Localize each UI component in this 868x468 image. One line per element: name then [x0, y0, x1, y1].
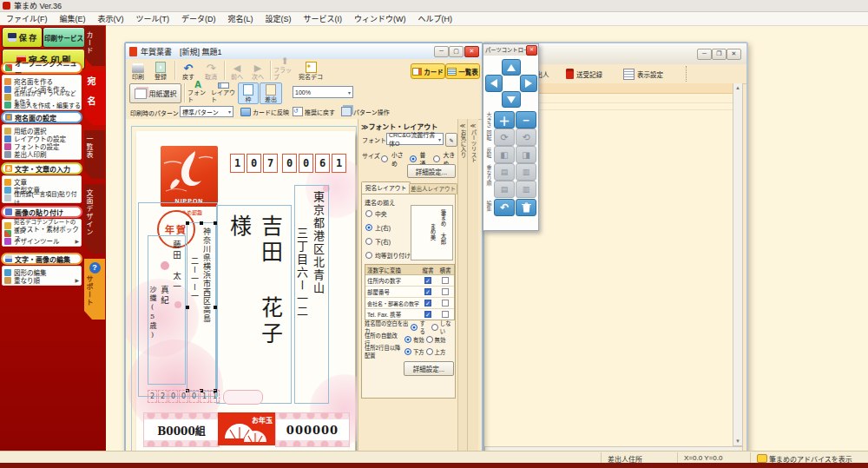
display-settings-button[interactable]: 表示設定: [623, 67, 663, 81]
reflect-to-card-button[interactable]: カードに反映: [240, 106, 289, 117]
move-up-button[interactable]: [502, 59, 521, 76]
send-receive-record-button[interactable]: 送受記録: [566, 67, 602, 81]
selection-handle[interactable]: [214, 306, 217, 309]
sidebar-item-address-paste[interactable]: 住所録(一言項目)貼り付け: [4, 194, 81, 201]
detail-settings-button[interactable]: 詳細設定...: [407, 164, 456, 178]
sender-button-active[interactable]: 差出: [260, 82, 282, 104]
frame-button-active[interactable]: 枠: [238, 82, 259, 104]
menu-help[interactable]: ヘルプ(H): [412, 13, 459, 24]
postal-digit-box[interactable]: 0: [247, 154, 261, 173]
redo-button[interactable]: ↷ 取消: [201, 60, 221, 81]
menu-file[interactable]: ファイル(F): [0, 13, 54, 24]
menu-data[interactable]: データ(D): [175, 13, 222, 24]
card-canvas[interactable]: NIPPON 筆まめ郵趣 1 0 7 0 0 6 1 年賀 吉田 花子 様 東京…: [126, 119, 358, 458]
radio-renmei-bottom[interactable]: [365, 238, 372, 245]
tab-design[interactable]: 文面デザイン: [84, 184, 105, 254]
vertical-scrollbar[interactable]: ▲ ▼: [733, 83, 743, 446]
postal-digit-box[interactable]: 6: [315, 154, 330, 173]
close-button[interactable]: ✕: [464, 46, 479, 57]
radio-opt1-yes-selected[interactable]: [411, 324, 418, 331]
size-increase-button[interactable]: ＋: [494, 111, 515, 129]
flip-horizontal-button[interactable]: ◧: [494, 146, 515, 163]
checkbox-unchecked[interactable]: [442, 277, 449, 284]
recipient-address-frame[interactable]: 東京都港区北青山 三丁目六ー一二: [294, 185, 329, 404]
sender-postal-box[interactable]: 1: [200, 390, 209, 403]
sidebar-item-z-order[interactable]: 重なり順▶: [4, 276, 81, 284]
parts-list-strip[interactable]: ≪パーツリスト: [467, 119, 478, 458]
prev-button[interactable]: ◀ 前へ: [227, 60, 247, 81]
layout-button[interactable]: レイアウト: [211, 82, 235, 103]
stamp[interactable]: NIPPON: [161, 146, 218, 207]
send-backward-button[interactable]: ▥: [516, 181, 536, 198]
recipient-name-frame[interactable]: 吉田 花子 様: [216, 205, 292, 404]
checkbox-unchecked[interactable]: [442, 288, 449, 295]
bring-forward-button[interactable]: ▤: [494, 181, 515, 198]
menu-service[interactable]: サービス(I): [298, 13, 349, 24]
pattern-operation-button[interactable]: パターン操作: [341, 106, 390, 117]
radio-size-large[interactable]: [433, 155, 440, 162]
flip-vertical-button[interactable]: ◨: [516, 146, 536, 163]
selection-handle[interactable]: [186, 306, 189, 309]
postal-digit-box[interactable]: 7: [263, 154, 278, 173]
postcard-preview[interactable]: NIPPON 筆まめ郵趣 1 0 7 0 0 6 1 年賀 吉田 花子 様 東京…: [136, 131, 355, 452]
minimize-button[interactable]: ─: [697, 49, 712, 60]
tab-card[interactable]: カード: [84, 26, 105, 66]
rotate-cw-button[interactable]: ⟳: [494, 129, 515, 146]
sender-address-frame-selected[interactable]: 神奈川県横浜市西区高島 二ー一ー一: [187, 222, 216, 392]
menu-window[interactable]: ウィンドウ(W): [348, 13, 412, 24]
restore-button[interactable]: ❐: [712, 49, 727, 60]
view-card-button[interactable]: カード: [411, 63, 445, 79]
favorites-strip[interactable]: ≪お気に入り: [457, 119, 467, 458]
minimize-button[interactable]: ─: [434, 46, 449, 57]
undo-button[interactable]: ↶: [494, 199, 515, 216]
print-service-button[interactable]: 印刷サービス: [43, 27, 85, 48]
checkbox-unchecked[interactable]: [442, 300, 449, 307]
next-button[interactable]: ▶ 次へ: [248, 60, 267, 81]
radio-opt3-up[interactable]: [426, 348, 433, 355]
detail-settings-button-2[interactable]: 詳細設定...: [404, 361, 454, 376]
selection-handle[interactable]: [186, 221, 189, 225]
font-detail-button[interactable]: ✎: [445, 133, 457, 147]
bring-front-button[interactable]: ▤: [494, 163, 515, 181]
delete-button[interactable]: [516, 199, 536, 216]
sender-name-frame[interactable]: 藤田 太一 真紀 沙織(5歳): [148, 235, 186, 385]
tab-support[interactable]: ? サポート: [84, 259, 105, 320]
checkbox-checked[interactable]: ✓: [424, 300, 431, 307]
restore-recommended-button[interactable]: ↺ 推奨に戻す: [293, 106, 335, 117]
send-back-button[interactable]: ▥: [516, 163, 536, 181]
sender-postal-box[interactable]: 0: [189, 390, 199, 403]
menu-tools[interactable]: ツール(T): [130, 13, 176, 24]
radio-opt3-down-selected[interactable]: [404, 348, 411, 355]
scroll-down-icon[interactable]: ▼: [733, 437, 742, 445]
postal-digit-box[interactable]: 1: [332, 154, 346, 173]
sender-postal-box[interactable]: 2: [148, 390, 157, 403]
size-decrease-button[interactable]: −: [516, 111, 536, 129]
rotate-ccw-button[interactable]: ⟲: [516, 129, 536, 146]
zoom-select[interactable]: 100%▾: [293, 86, 353, 98]
radio-size-small[interactable]: [381, 155, 388, 162]
close-icon[interactable]: ✕: [526, 45, 537, 56]
tab-atena-layout-active[interactable]: 宛名レイアウト: [361, 181, 411, 194]
section-atena-settings[interactable]: 宛名面の設定: [1, 111, 82, 123]
font-select[interactable]: CRC&G流麗行書体O▾: [386, 133, 444, 145]
postal-digit-box[interactable]: 0: [282, 154, 297, 173]
pattern-select[interactable]: 標準パターン▾: [180, 106, 233, 117]
menu-edit[interactable]: 編集(E): [54, 13, 92, 24]
paper-select-button[interactable]: 用紙選択: [129, 83, 181, 103]
selection-handle[interactable]: [200, 221, 203, 225]
close-button[interactable]: ✕: [727, 49, 741, 60]
move-down-button[interactable]: [502, 91, 521, 108]
checkbox-checked[interactable]: ✓: [424, 311, 431, 318]
menu-view[interactable]: 表示(V): [92, 13, 130, 24]
selection-handle[interactable]: [214, 221, 217, 225]
checkbox-unchecked[interactable]: [442, 311, 449, 318]
sender-postal-box[interactable]: 0: [179, 390, 188, 403]
atena-deco-button[interactable]: ✦ 宛名デコ: [298, 60, 324, 81]
view-list-button[interactable]: 一覧表: [445, 63, 480, 79]
postal-digit-box[interactable]: 0: [299, 154, 313, 173]
radio-renmei-center[interactable]: [365, 210, 372, 217]
font-button[interactable]: A フォント: [187, 82, 208, 103]
sidebar-item-sender-print[interactable]: 差出人印刷: [4, 150, 81, 158]
tab-list[interactable]: 一覧表: [84, 130, 105, 179]
section-text-input[interactable]: あ 文字・文章の入力: [1, 162, 82, 175]
